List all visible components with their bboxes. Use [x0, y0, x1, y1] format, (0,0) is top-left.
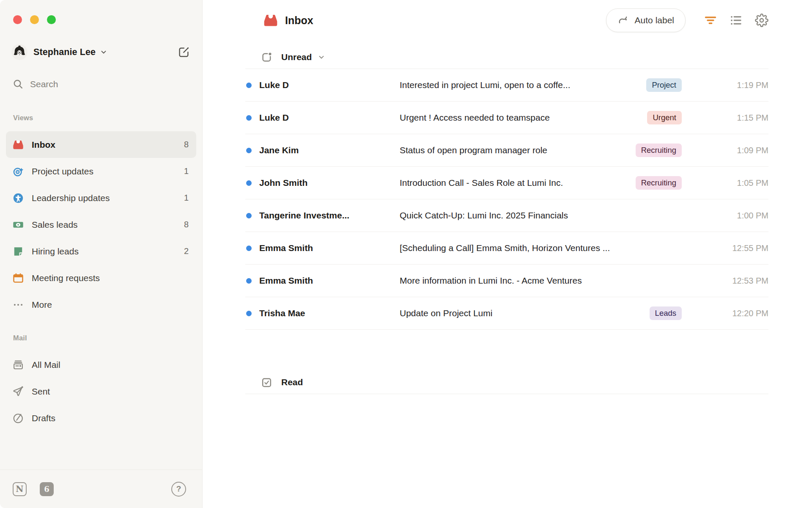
sidebar-item-count: 8 — [184, 140, 189, 149]
draft-icon — [13, 413, 24, 424]
email-sender: Luke D — [259, 80, 400, 90]
email-subject: Introduction Call - Sales Role at Lumi I… — [400, 178, 636, 188]
email-label-pill: Leads — [650, 306, 682, 320]
email-row-urgent[interactable]: Luke D Urgent ! Access needed to teamspa… — [245, 102, 768, 134]
sidebar-item-count: 1 — [184, 193, 189, 203]
zoom-button[interactable] — [47, 15, 56, 24]
email-subject: Status of open program manager role — [400, 145, 636, 155]
sidebar-item-sent[interactable]: Sent — [6, 378, 196, 405]
sidebar-item-more[interactable]: More — [6, 291, 196, 318]
read-section-label: Read — [281, 377, 303, 387]
email-sender: Tangerine Investme... — [259, 210, 400, 221]
sidebar-item-project-updates[interactable]: Project updates 1 — [6, 158, 196, 185]
sidebar-item-all-mail[interactable]: All Mail — [6, 351, 196, 378]
email-subject: [Scheduling a Call] Emma Smith, Horizon … — [400, 243, 713, 253]
sidebar-item-label: Leadership updates — [32, 193, 110, 203]
unread-section-label: Unread — [281, 52, 312, 62]
sidebar-item-meeting-requests[interactable]: Meeting requests — [6, 265, 196, 291]
sidebar-item-count: 8 — [184, 220, 189, 229]
sidebar-item-label: Inbox — [32, 140, 55, 150]
sidebar: Stephanie Lee Search Views Inbox 8 Proje… — [0, 0, 203, 508]
sidebar-item-label: All Mail — [32, 360, 60, 370]
unread-dot[interactable] — [246, 213, 252, 218]
email-row-recruiting[interactable]: John Smith Introduction Call - Sales Rol… — [245, 167, 768, 199]
email-time: 1:09 PM — [713, 146, 768, 155]
views-nav: Inbox 8 Project updates 1 Leadership upd… — [6, 131, 196, 318]
email-sender: Trisha Mae — [259, 308, 400, 318]
auto-label-text: Auto label — [635, 15, 674, 25]
email-sender: Jane Kim — [259, 145, 400, 155]
avatar — [11, 44, 27, 60]
close-button[interactable] — [13, 15, 22, 24]
email-time: 1:05 PM — [713, 178, 768, 188]
mail-app-window: Stephanie Lee Search Views Inbox 8 Proje… — [0, 0, 812, 508]
unread-dot[interactable] — [246, 148, 252, 153]
main-header: Inbox Auto label — [245, 0, 768, 41]
email-row[interactable]: Emma Smith [Scheduling a Call] Emma Smit… — [245, 232, 768, 265]
page-title: Inbox — [285, 14, 313, 27]
email-subject: Update on Project Lumi — [400, 308, 650, 318]
email-row-recruiting[interactable]: Jane Kim Status of open program manager … — [245, 134, 768, 167]
email-row[interactable]: Emma Smith More information in Lumi Inc.… — [245, 265, 768, 297]
minimize-button[interactable] — [30, 15, 39, 24]
email-sender: John Smith — [259, 178, 400, 188]
auto-label-button[interactable]: Auto label — [606, 8, 686, 32]
unread-dot[interactable] — [246, 246, 252, 251]
email-row-project[interactable]: Luke D Interested in project Lumi, open … — [245, 69, 768, 102]
unread-dot[interactable] — [246, 311, 252, 316]
unread-dot[interactable] — [246, 83, 252, 88]
email-sender: Emma Smith — [259, 243, 400, 253]
email-time: 12:53 PM — [713, 276, 768, 286]
help-icon[interactable]: ? — [171, 482, 186, 497]
email-row[interactable]: Tangerine Investme... Quick Catch-Up: Lu… — [245, 199, 768, 232]
read-checkbox-icon — [261, 377, 272, 388]
email-time: 1:00 PM — [713, 211, 768, 221]
settings-gear-icon[interactable] — [755, 14, 768, 27]
sidebar-item-hiring-leads[interactable]: Hiring leads 2 — [6, 238, 196, 265]
email-subject: Quick Catch-Up: Lumi Inc. 2025 Financial… — [400, 210, 713, 221]
account-switcher[interactable]: Stephanie Lee — [11, 44, 189, 60]
email-label-pill: Urgent — [647, 111, 682, 124]
unread-dot[interactable] — [246, 278, 252, 284]
email-time: 1:19 PM — [713, 80, 768, 90]
email-list: Luke D Interested in project Lumi, open … — [245, 69, 768, 330]
send-icon — [13, 386, 24, 397]
mail-section-label: Mail — [13, 334, 202, 342]
sidebar-item-label: Project updates — [32, 166, 93, 177]
main-panel: Inbox Auto label Unread Luke D Intereste… — [203, 0, 812, 508]
read-section-header[interactable]: Read — [245, 371, 768, 394]
sidebar-item-label: Sales leads — [32, 220, 78, 230]
inbox-icon — [263, 13, 278, 28]
sidebar-item-label: More — [32, 300, 52, 310]
email-label-pill: Recruiting — [636, 176, 682, 190]
sidebar-item-sales-leads[interactable]: Sales leads 8 — [6, 211, 196, 238]
sidebar-item-inbox[interactable]: Inbox 8 — [6, 131, 196, 158]
email-row-leads[interactable]: Trisha Mae Update on Project Lumi Leads … — [245, 297, 768, 330]
unread-section-header[interactable]: Unread — [245, 46, 768, 69]
archive-icon — [13, 359, 24, 370]
email-sender: Emma Smith — [259, 276, 400, 286]
sidebar-footer: N 6 ? — [0, 469, 202, 508]
sidebar-item-leadership-updates[interactable]: Leadership updates 1 — [6, 185, 196, 211]
account-name: Stephanie Lee — [33, 47, 96, 58]
filter-icon[interactable] — [704, 14, 717, 27]
auto-label-wand-icon — [617, 14, 629, 26]
compose-button[interactable] — [178, 47, 189, 58]
sidebar-item-label: Hiring leads — [32, 246, 79, 257]
calendar-app-icon[interactable]: 6 — [40, 482, 54, 496]
unread-dot[interactable] — [246, 115, 252, 121]
email-subject: More information in Lumi Inc. - Acme Ven… — [400, 276, 713, 286]
email-time: 12:20 PM — [713, 309, 768, 318]
window-controls — [13, 15, 202, 24]
unread-square-icon — [261, 52, 272, 63]
search-input[interactable]: Search — [13, 79, 190, 89]
notion-app-icon[interactable]: N — [13, 482, 27, 496]
email-label-pill: Project — [646, 78, 682, 92]
email-time: 1:15 PM — [713, 113, 768, 123]
money-icon — [13, 219, 24, 230]
search-placeholder: Search — [30, 79, 58, 89]
sidebar-item-drafts[interactable]: Drafts — [6, 405, 196, 431]
sidebar-item-count: 2 — [184, 246, 189, 256]
unread-dot[interactable] — [246, 180, 252, 186]
list-view-icon[interactable] — [730, 14, 742, 27]
